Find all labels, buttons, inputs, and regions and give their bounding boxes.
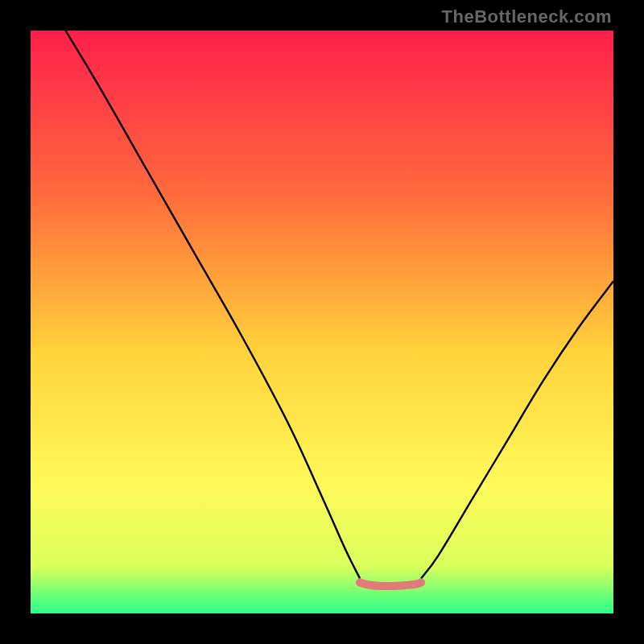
bottleneck-curve-chart — [31, 31, 613, 613]
plot-area — [31, 31, 613, 613]
chart-frame: TheBottleneck.com — [0, 0, 644, 644]
watermark-text: TheBottleneck.com — [442, 6, 612, 27]
curve-flat-bottom — [360, 583, 421, 586]
